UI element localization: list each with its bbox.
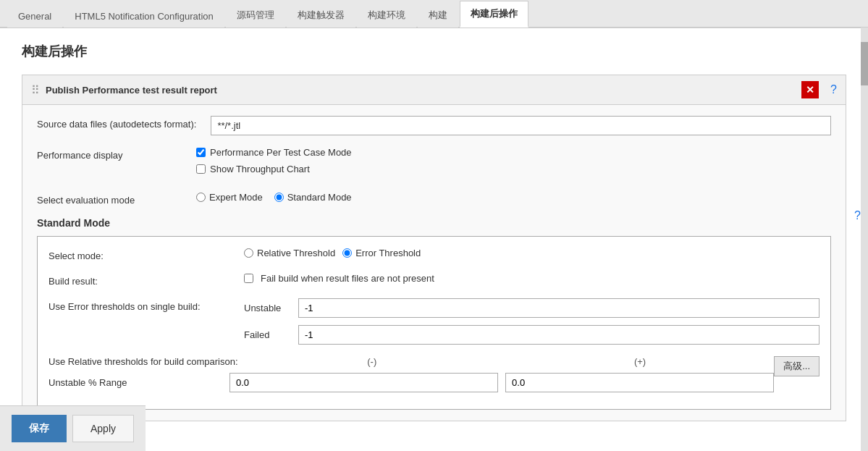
close-button[interactable]: ✕ <box>801 81 819 98</box>
build-result-checkbox[interactable] <box>244 274 253 283</box>
tab-build-env[interactable]: 构建环境 <box>357 2 416 28</box>
apply-button[interactable]: Apply <box>72 415 134 442</box>
build-result-control: Fail build when result files are not pre… <box>244 273 819 284</box>
radio-error-option: Error Threshold <box>342 248 421 258</box>
select-mode-row: Select mode: Relative Threshold Error Th… <box>49 248 819 261</box>
source-data-control <box>211 116 831 135</box>
plugin-header: ⠿ Publish Performance test result report… <box>22 75 846 105</box>
radio-expert-label: Expert Mode <box>209 192 263 203</box>
plugin-section: ⠿ Publish Performance test result report… <box>22 75 846 421</box>
build-result-label: Build result: <box>49 273 229 287</box>
tab-post-build[interactable]: 构建后操作 <box>460 1 528 28</box>
advanced-button[interactable]: 高级... <box>774 356 819 376</box>
eval-mode-control: Expert Mode Standard Mode <box>196 192 831 203</box>
error-threshold-label: Use Error thresholds on single build: <box>49 298 229 312</box>
failed-input[interactable] <box>298 325 819 345</box>
tab-bar: General HTML5 Notification Configuration… <box>0 0 868 28</box>
source-data-label: Source data files (autodetects format): <box>37 116 196 130</box>
checkbox-throughput-row: Show Throughput Chart <box>196 164 831 174</box>
select-mode-control: Relative Threshold Error Threshold <box>244 248 819 258</box>
scrollbar-thumb[interactable] <box>861 42 868 85</box>
standard-mode-box: Select mode: Relative Threshold Error Th… <box>37 236 831 410</box>
drag-handle-icon: ⠿ <box>31 83 40 97</box>
plugin-title: Publish Performance test result report <box>46 85 217 96</box>
unstable-label: Unstable <box>244 303 287 313</box>
tab-build[interactable]: 构建 <box>418 2 458 28</box>
relative-threshold-header: Use Relative thresholds for build compar… <box>49 356 774 367</box>
checkbox-throughput[interactable] <box>196 164 206 174</box>
performance-display-control: Performance Per Test Case Mode Show Thro… <box>196 147 831 180</box>
tab-html5[interactable]: HTML5 Notification Configuration <box>64 4 224 28</box>
radio-standard-label: Standard Mode <box>287 192 352 203</box>
unstable-range-minus-input[interactable] <box>229 373 498 392</box>
standard-mode-title: Standard Mode <box>37 217 831 229</box>
select-mode-label: Select mode: <box>49 248 229 261</box>
unstable-range-label: Unstable % Range <box>49 377 229 388</box>
build-result-checkbox-label: Fail build when result files are not pre… <box>261 273 434 284</box>
checkbox-perf[interactable] <box>196 148 206 157</box>
radio-relative-label: Relative Threshold <box>257 248 335 258</box>
performance-display-label: Performance display <box>37 147 182 161</box>
eval-mode-row: Select evaluation mode Expert Mode Stand… <box>37 192 831 206</box>
main-content: 构建后操作 ⠿ Publish Performance test result … <box>0 28 868 451</box>
radio-error-label: Error Threshold <box>355 248 421 258</box>
help-icon[interactable]: ? <box>830 83 837 96</box>
build-result-row: Build result: Fail build when result fil… <box>49 273 819 287</box>
radio-expert-option: Expert Mode <box>196 192 263 203</box>
radio-expert[interactable] <box>196 193 206 202</box>
right-scrollbar[interactable] <box>861 28 868 451</box>
unstable-range-plus-input[interactable] <box>505 373 774 392</box>
checkbox-throughput-label: Show Throughput Chart <box>210 164 310 174</box>
save-button[interactable]: 保存 <box>12 415 67 442</box>
eval-mode-label: Select evaluation mode <box>37 192 182 206</box>
performance-display-row: Performance display Performance Per Test… <box>37 147 831 180</box>
checkbox-perf-label: Performance Per Test Case Mode <box>210 147 352 158</box>
threshold-inputs: Unstable Failed <box>244 298 819 345</box>
error-threshold-row: Use Error thresholds on single build: Un… <box>49 298 819 345</box>
form-body: Source data files (autodetects format): … <box>22 105 846 421</box>
radio-standard-option: Standard Mode <box>274 192 352 203</box>
source-data-input[interactable] <box>211 116 831 135</box>
unstable-row: Unstable <box>244 298 819 318</box>
source-data-row: Source data files (autodetects format): <box>37 116 831 135</box>
unstable-range-row: Unstable % Range <box>49 373 774 392</box>
unstable-input[interactable] <box>298 298 819 318</box>
eval-mode-radios: Expert Mode Standard Mode <box>196 192 831 203</box>
radio-error[interactable] <box>342 248 352 258</box>
relative-threshold-cols: (-) (+) <box>238 356 775 367</box>
radio-standard[interactable] <box>274 193 284 202</box>
relative-threshold-label: Use Relative thresholds for build compar… <box>49 356 238 367</box>
plugin-header-left: ⠿ Publish Performance test result report <box>31 83 217 97</box>
radio-relative[interactable] <box>244 248 253 258</box>
failed-label: Failed <box>244 329 287 340</box>
col-plus-header: (+) <box>506 356 774 367</box>
unstable-range-cols <box>229 373 774 392</box>
right-help-icon[interactable]: ? <box>854 209 861 222</box>
error-threshold-control: Unstable Failed <box>244 298 819 345</box>
tab-build-trigger[interactable]: 构建触发器 <box>287 2 355 28</box>
tab-source[interactable]: 源码管理 <box>226 2 285 28</box>
radio-relative-option: Relative Threshold <box>244 248 335 258</box>
failed-row: Failed <box>244 325 819 345</box>
col-minus-header: (-) <box>238 356 506 367</box>
tab-general[interactable]: General <box>7 4 62 28</box>
checkbox-perf-row: Performance Per Test Case Mode <box>196 147 831 158</box>
standard-mode-section: Standard Mode Select mode: Relative Thre… <box>37 217 831 410</box>
page-title: 构建后操作 <box>22 43 846 60</box>
bottom-bar: 保存 Apply <box>0 405 146 451</box>
